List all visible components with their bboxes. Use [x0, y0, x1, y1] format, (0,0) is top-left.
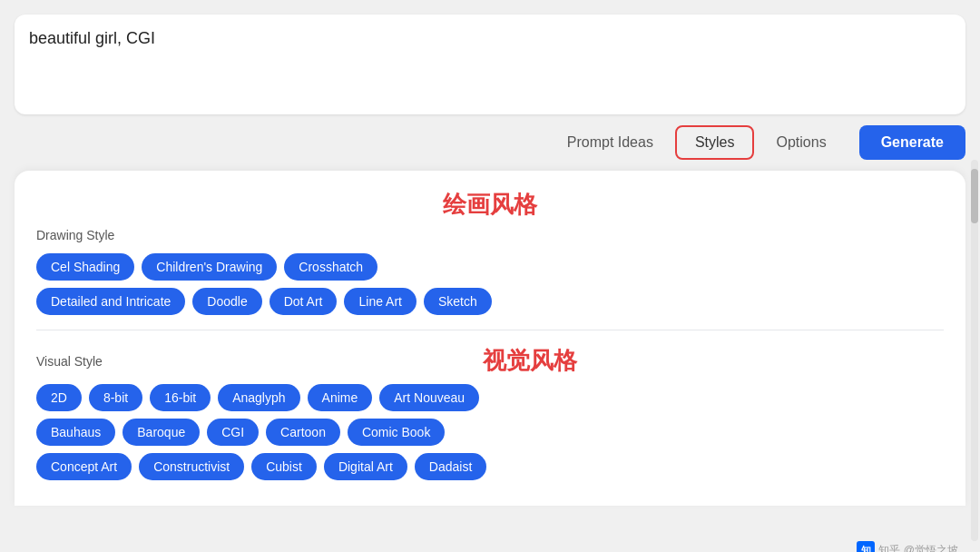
styles-panel: 绘画风格 Drawing Style Cel Shading Children'… — [15, 171, 965, 506]
tag-dot-art[interactable]: Dot Art — [270, 288, 338, 315]
tag-dadaist[interactable]: Dadaist — [415, 453, 486, 480]
tag-constructivist[interactable]: Constructivist — [139, 453, 244, 480]
visual-style-section: Visual Style 视觉风格 2D 8-bit 16-bit Anagly… — [36, 345, 944, 480]
drawing-style-title: Drawing Style — [36, 228, 944, 242]
scrollbar-thumb[interactable] — [971, 169, 978, 223]
tag-digital-art[interactable]: Digital Art — [324, 453, 407, 480]
tag-cubist[interactable]: Cubist — [251, 453, 317, 480]
drawing-style-tags-row1: Cel Shading Children's Drawing Crosshatc… — [36, 253, 944, 281]
tag-16bit[interactable]: 16-bit — [150, 384, 211, 411]
tag-detailed-intricate[interactable]: Detailed and Intricate — [36, 288, 185, 315]
tab-bar: Prompt Ideas Styles Options Generate — [0, 114, 980, 171]
tag-8bit[interactable]: 8-bit — [89, 384, 142, 411]
visual-style-tags-row1: 2D 8-bit 16-bit Anaglyph Anime Art Nouve… — [36, 384, 944, 411]
visual-style-title: Visual Style — [36, 354, 103, 369]
tag-art-nouveau[interactable]: Art Nouveau — [379, 384, 479, 411]
tag-concept-art[interactable]: Concept Art — [36, 453, 132, 480]
tag-2d[interactable]: 2D — [36, 384, 82, 411]
visual-style-tags-row2: Bauhaus Baroque CGI Cartoon Comic Book — [36, 419, 944, 446]
tab-options[interactable]: Options — [758, 127, 844, 158]
tag-crosshatch[interactable]: Crosshatch — [284, 253, 377, 281]
visual-style-chinese-label: 视觉风格 — [117, 345, 944, 377]
visual-style-tags-row3: Concept Art Constructivist Cubist Digita… — [36, 453, 944, 480]
watermark: 知 知乎 @觉悟之坡 — [857, 541, 958, 552]
watermark-text: 知乎 @觉悟之坡 — [878, 543, 958, 553]
prompt-input[interactable] — [29, 29, 951, 86]
main-container: Prompt Ideas Styles Options Generate 绘画风… — [0, 15, 980, 552]
drawing-style-chinese-label: 绘画风格 — [36, 189, 944, 221]
tag-bauhaus[interactable]: Bauhaus — [36, 419, 115, 446]
watermark-logo: 知 — [857, 541, 875, 552]
tag-anaglyph[interactable]: Anaglyph — [218, 384, 299, 411]
tag-childrens-drawing[interactable]: Children's Drawing — [142, 253, 277, 281]
tag-anime[interactable]: Anime — [308, 384, 373, 411]
tab-styles[interactable]: Styles — [675, 125, 755, 160]
tag-line-art[interactable]: Line Art — [344, 288, 416, 315]
scrollbar-track[interactable] — [971, 160, 978, 541]
drawing-style-section: 绘画风格 Drawing Style Cel Shading Children'… — [36, 189, 944, 315]
generate-button[interactable]: Generate — [859, 125, 965, 160]
tag-doodle[interactable]: Doodle — [192, 288, 261, 315]
tag-baroque[interactable]: Baroque — [122, 419, 200, 446]
tag-comic-book[interactable]: Comic Book — [348, 419, 445, 446]
tag-cel-shading[interactable]: Cel Shading — [36, 253, 134, 281]
tag-cartoon[interactable]: Cartoon — [266, 419, 340, 446]
tag-cgi[interactable]: CGI — [207, 419, 259, 446]
drawing-style-tags-row2: Detailed and Intricate Doodle Dot Art Li… — [36, 288, 944, 315]
tab-prompt-ideas[interactable]: Prompt Ideas — [549, 127, 671, 158]
tag-sketch[interactable]: Sketch — [424, 288, 492, 315]
section-divider — [36, 330, 944, 330]
prompt-input-area — [15, 15, 965, 114]
